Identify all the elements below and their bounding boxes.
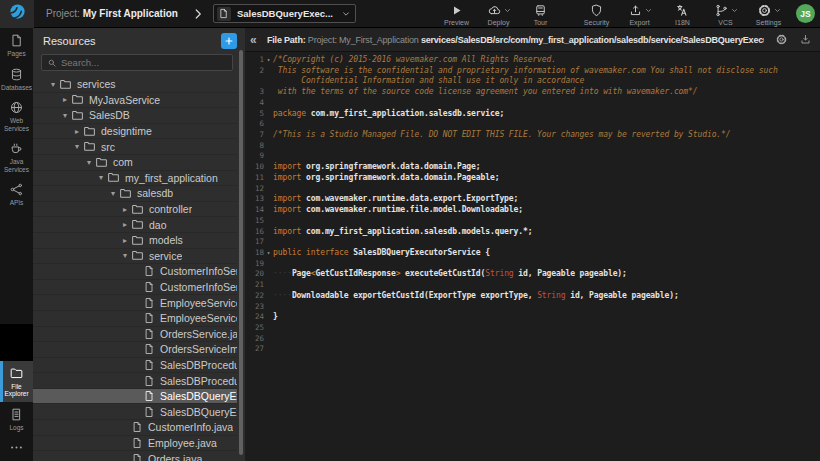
tree-item[interactable]: EmployeeServiceImpl.java xyxy=(33,311,237,327)
search-input[interactable] xyxy=(61,57,227,68)
file-icon xyxy=(143,359,155,371)
toolbar-preview-button[interactable]: Preview xyxy=(440,2,473,26)
tree-item-label: CustomerInfo.java xyxy=(148,421,233,433)
tree-item[interactable]: SalesDBProcedureExecutorService.java xyxy=(33,358,237,374)
file-icon xyxy=(143,390,155,402)
tree-item[interactable]: ▾my_first_application xyxy=(33,171,237,187)
folder-icon xyxy=(107,171,120,184)
tree-item[interactable]: ▾src xyxy=(33,139,237,155)
code-line: 8 xyxy=(245,141,820,152)
toolbar-deploy-button[interactable]: Deploy xyxy=(482,2,515,26)
fold-spacer xyxy=(264,216,273,227)
tree-item-label: SalesDBQueryExecutorService.java xyxy=(160,390,237,402)
tree-item[interactable]: ▸designtime xyxy=(33,124,237,140)
sidebar-item-web-services[interactable]: Web Services xyxy=(0,95,33,136)
download-file-icon[interactable] xyxy=(799,33,812,46)
sidebar-item-label: Java Services xyxy=(1,158,32,173)
project-name: My First Application xyxy=(83,8,178,19)
collapse-arrow-icon[interactable]: ▾ xyxy=(83,158,95,167)
file-settings-gear-icon[interactable] xyxy=(775,33,788,46)
sidebar-item-databases[interactable]: Databases xyxy=(0,62,33,96)
tree-item[interactable]: ▾salesdb xyxy=(33,186,237,202)
sidebar-item-logs[interactable]: Logs xyxy=(0,402,33,436)
code-line: 13import com.wavemaker.runtime.data.expo… xyxy=(245,194,820,205)
tree-item[interactable]: ▾SalesDB xyxy=(33,108,237,124)
tree-item[interactable]: SalesDBQueryExecutorServiceImpl.java xyxy=(33,404,237,420)
toolbar-vcs-button[interactable]: VCS xyxy=(709,2,742,26)
collapse-panel-icon[interactable]: « xyxy=(250,33,264,47)
tree-item[interactable]: SalesDBQueryExecutorService.java xyxy=(33,389,237,405)
file-icon xyxy=(143,312,155,324)
tree-item[interactable]: OrdersService.java xyxy=(33,327,237,343)
user-avatar[interactable]: JS xyxy=(796,4,815,23)
toolbar-export-button[interactable]: Export xyxy=(623,2,656,26)
code-fold-icon[interactable]: ▾ xyxy=(264,55,273,66)
code-line: 9 xyxy=(245,151,820,162)
tree-item[interactable]: ▾com xyxy=(33,155,237,171)
tree-item[interactable]: ▸dao xyxy=(33,217,237,233)
sidebar-item-label: Pages xyxy=(7,50,25,58)
tree-item[interactable]: Employee.java xyxy=(33,436,237,452)
tree-item[interactable]: ▾services xyxy=(33,77,237,93)
tree-item[interactable]: ▾service xyxy=(33,249,237,265)
collapse-arrow-icon[interactable]: ▾ xyxy=(119,251,131,260)
code-line: 22····Downloadable exportGetCustId(Expor… xyxy=(245,291,820,302)
code-line: 14import com.wavemaker.runtime.file.mode… xyxy=(245,205,820,216)
apis-icon xyxy=(9,182,24,197)
page-selector-dropdown[interactable]: SalesDBQueryExec... xyxy=(213,4,356,23)
tree-item[interactable]: CustomerInfoService.java xyxy=(33,264,237,280)
toolbar-security-button[interactable]: Security xyxy=(580,2,613,26)
tree-item[interactable]: SalesDBProcedureExecutorServiceImpl.java xyxy=(33,373,237,389)
tree-item[interactable]: ▸models xyxy=(33,233,237,249)
expand-arrow-icon[interactable]: ▸ xyxy=(119,205,131,214)
tree-item[interactable]: CustomerInfoServiceImpl.java xyxy=(33,280,237,296)
collapse-arrow-icon[interactable]: ▾ xyxy=(59,111,71,120)
code-text: with the terms of the source code licens… xyxy=(273,87,697,98)
tree-scrollbar[interactable] xyxy=(239,50,243,455)
sidebar-item-apis[interactable]: APIs xyxy=(0,177,33,211)
collapse-arrow-icon[interactable]: ▾ xyxy=(95,173,107,182)
tree-item[interactable]: ▸controller xyxy=(33,202,237,218)
tree-item[interactable]: EmployeeService.java xyxy=(33,295,237,311)
settings-icon xyxy=(757,3,772,18)
collapse-arrow-icon[interactable]: ▾ xyxy=(107,189,119,198)
code-text: /*This is a Studio Managed File. DO NOT … xyxy=(273,130,731,141)
line-number: 26 xyxy=(245,334,264,345)
tree-item-label: Employee.java xyxy=(148,437,217,449)
tree-item[interactable]: ▸MyJavaService xyxy=(33,93,237,109)
code-line: Confidential Information and shall use i… xyxy=(245,76,820,87)
tree-item[interactable]: CustomerInfo.java xyxy=(33,420,237,436)
sidebar-item-java-services[interactable]: Java Services xyxy=(0,136,33,177)
toolbar-i18n-button[interactable]: I18N xyxy=(666,2,699,26)
line-number: 11 xyxy=(245,173,264,184)
toolbar-tour-button[interactable]: Tour xyxy=(524,2,557,26)
fold-spacer xyxy=(264,334,273,345)
wavemaker-logo[interactable] xyxy=(0,0,34,28)
file-icon xyxy=(131,421,143,433)
folder-icon xyxy=(71,93,84,106)
tree-item[interactable]: OrdersServiceImpl.java xyxy=(33,342,237,358)
collapse-arrow-icon[interactable]: ▾ xyxy=(47,80,59,89)
toolbar-label: Export xyxy=(629,19,649,26)
sidebar-item-more[interactable] xyxy=(0,435,33,461)
project-title: Project: My First Application xyxy=(46,8,178,19)
expand-arrow-icon[interactable]: ▸ xyxy=(119,236,131,245)
sidebar-item-file-explorer[interactable]: File Explorer xyxy=(0,361,33,402)
file-path-label: File Path: xyxy=(267,35,306,45)
expand-arrow-icon[interactable]: ▸ xyxy=(119,220,131,229)
sidebar-item-pages[interactable]: Pages xyxy=(0,28,33,62)
tree-item[interactable]: Orders.java xyxy=(33,451,237,461)
line-number: 15 xyxy=(245,216,264,227)
toolbar-settings-button[interactable]: Settings xyxy=(752,2,785,26)
sidebar-item-label: Logs xyxy=(9,424,23,432)
folder-icon xyxy=(83,140,96,153)
code-text: import com.wavemaker.runtime.data.export… xyxy=(273,194,518,205)
expand-arrow-icon[interactable]: ▸ xyxy=(71,127,83,136)
code-fold-icon[interactable]: ▾ xyxy=(264,248,273,259)
expand-arrow-icon[interactable]: ▸ xyxy=(59,95,71,104)
code-editor[interactable]: 1▾/*Copyright (c) 2015-2016 wavemaker.co… xyxy=(245,52,820,461)
add-resource-button[interactable] xyxy=(221,33,237,49)
main-area: PagesDatabasesWeb ServicesJava ServicesA… xyxy=(0,28,820,461)
collapse-arrow-icon[interactable]: ▾ xyxy=(71,142,83,151)
tree-item-label: controller xyxy=(149,203,192,215)
